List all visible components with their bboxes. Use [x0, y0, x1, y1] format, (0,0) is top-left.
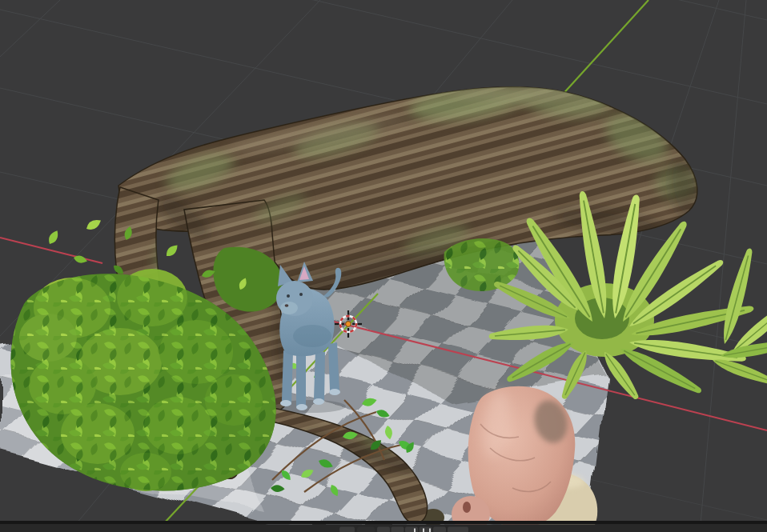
- timeline-button-3[interactable]: [377, 527, 390, 532]
- timeline-button-5[interactable]: [405, 527, 418, 532]
- 3d-viewport[interactable]: [0, 0, 767, 532]
- timeline-button-2[interactable]: [357, 527, 375, 532]
- timeline-button-4[interactable]: [392, 527, 404, 532]
- timeline-button-7[interactable]: [433, 527, 446, 532]
- timeline-bar[interactable]: [0, 521, 767, 532]
- timeline-button-8[interactable]: [448, 527, 468, 532]
- cursor-center-dot: [346, 322, 351, 327]
- timeline-button-1[interactable]: [339, 527, 355, 532]
- timeline-border: [0, 521, 767, 525]
